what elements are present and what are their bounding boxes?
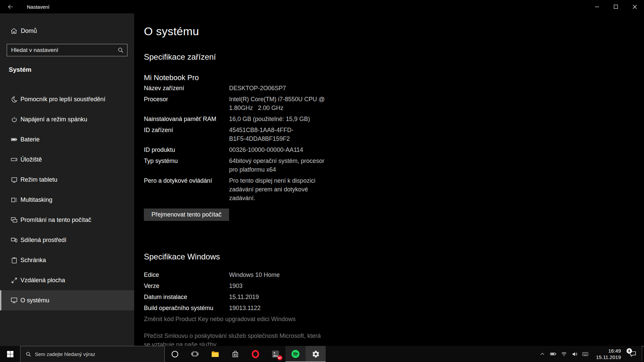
show-desktop-button[interactable] [642,346,644,362]
spec-value: 64bitový operační systém, procesor pro p… [229,157,324,174]
sidebar-item-home[interactable]: Domů [0,23,134,38]
multitasking-icon [10,196,18,203]
taskbar-app-photos[interactable]: 9+ [265,346,285,362]
taskbar-app-settings[interactable] [306,346,326,362]
change-product-key-link[interactable]: Změnit kód Product Key nebo upgradovat e… [144,316,296,322]
tray-network-button[interactable] [558,346,569,362]
sidebar-item-about[interactable]: O systému [0,290,134,310]
start-button[interactable] [0,346,20,362]
sidebar-item-remote-desktop[interactable]: Vzdálená plocha [0,270,134,290]
clock-time: 16:49 [608,348,621,354]
task-view-icon [191,350,199,358]
taskbar-search-input[interactable] [35,351,161,357]
spec-label: Edice [144,270,229,279]
notification-count-badge: 9+ [277,355,282,360]
volume-icon [572,351,578,357]
device-spec-section-title: Specifikace zařízení [144,52,624,62]
spec-label: Pero a dotykové ovládání [144,176,229,202]
about-system-icon [10,297,18,304]
minimize-icon [595,5,599,9]
tablet-icon [10,176,18,183]
titlebar-drag-area [50,0,588,13]
table-row: ID zařízení 45451CB8-1AA8-4FFD- B1F5-4DD… [144,126,624,143]
spec-value: 1903 [229,282,243,290]
sidebar-item-label: Pomocník pro lepší soustředění [20,96,105,103]
spec-label: ID zařízení [144,126,229,143]
sidebar-item-label: Promítání na tento počítač [20,217,91,224]
spec-value: Pro tento displej není k dispozici zadáv… [229,176,315,202]
taskbar-spacer [326,346,537,362]
taskbar-app-store[interactable] [225,346,245,362]
taskbar: 9+ [0,346,644,362]
tray-overflow-button[interactable] [537,346,548,362]
sidebar-item-battery[interactable]: Baterie [0,129,134,149]
taskbar-app-task-view[interactable] [185,346,205,362]
battery-icon [10,136,18,143]
main-content: O systému Specifikace zařízení Mi Notebo… [134,13,644,346]
maximize-button[interactable] [606,0,625,13]
spec-label: ID produktu [144,145,229,154]
spec-label: Procesor [144,95,229,112]
windows-spec-section-title: Specifikace Windows [144,251,624,262]
sidebar-item-label: Napájení a režim spánku [20,116,87,123]
sidebar-item-clipboard[interactable]: Schránka [0,250,134,270]
spec-value: Windows 10 Home [229,270,280,279]
close-icon [633,5,637,9]
sidebar-item-focus-assist[interactable]: Pomocník pro lepší soustředění [0,89,134,109]
windows-start-icon [7,351,13,357]
taskbar-app-opera[interactable] [245,346,265,362]
opera-icon [251,350,260,358]
taskbar-clock[interactable]: 16:49 15.11.2019 [591,346,624,362]
clock-date: 15.11.2019 [596,354,621,360]
window-body: Domů Systém Pomocník pro lepší soustředě… [0,13,644,346]
sidebar-item-label: Baterie [20,136,40,143]
home-icon [10,27,17,35]
spec-label: Build operačního systému [144,304,229,312]
shared-experiences-icon [10,236,18,244]
table-row: Název zařízení DESKTOP-2O06SP7 [144,84,624,93]
sidebar-item-power-sleep[interactable]: Napájení a režim spánku [0,109,134,129]
tray-keyboard-button[interactable] [580,346,591,362]
taskbar-app-cortana[interactable] [165,346,185,362]
tray-volume-button[interactable] [569,346,580,362]
chevron-up-icon [540,352,545,356]
services-agreement-link[interactable]: Přečíst Smlouvu o poskytování služeb spo… [144,331,624,346]
settings-window: Nastavení Domů [0,0,644,346]
sidebar-item-tablet-mode[interactable]: Režim tabletu [0,170,134,190]
taskbar-app-spotify[interactable] [285,346,306,362]
sidebar-item-label: Režim tabletu [20,176,57,183]
wifi-icon [561,352,567,357]
table-row: ID produktu 00326-10000-00000-AA114 [144,145,624,154]
table-row: Datum instalace 15.11.2019 [144,293,624,301]
sidebar-item-label: Multitasking [20,196,52,203]
spec-label: Datum instalace [144,293,229,301]
rename-pc-button[interactable]: Přejmenovat tento počítač [144,208,229,221]
sidebar-item-label: Schránka [20,257,46,264]
battery-tray-icon [550,351,556,357]
folder-icon [211,350,219,358]
windows-spec-table: Edice Windows 10 Home Verze 1903 Datum i… [144,270,624,312]
tray-battery-button[interactable] [548,346,558,362]
action-center-button[interactable]: 8 [624,346,642,362]
sidebar-item-shared-experiences[interactable]: Sdílená prostředí [0,230,134,250]
taskbar-app-file-explorer[interactable] [205,346,225,362]
search-icon[interactable] [117,47,124,53]
spec-value: Intel(R) Core(TM) i7-8550U CPU @ 1.80GHz… [229,95,325,112]
settings-search-input[interactable] [11,47,117,54]
sidebar-item-projecting[interactable]: Promítání na tento počítač [0,210,134,230]
sidebar-item-label: Domů [21,27,37,35]
table-row: Nainstalovaná paměť RAM 16,0 GB (použite… [144,115,624,123]
sidebar-item-label: Úložiště [20,156,42,163]
sidebar-section-header: Systém [9,66,134,74]
spotify-icon [291,350,300,358]
close-button[interactable] [625,0,644,13]
focus-assist-icon [10,96,18,103]
taskbar-search-box [20,346,165,362]
project-screens-icon [10,216,18,224]
minimize-button[interactable] [588,0,606,13]
sidebar-item-storage[interactable]: Úložiště [0,149,134,170]
gear-icon [312,350,320,358]
back-button[interactable] [0,0,21,13]
sidebar-item-multitasking[interactable]: Multitasking [0,190,134,210]
power-icon [10,116,18,123]
